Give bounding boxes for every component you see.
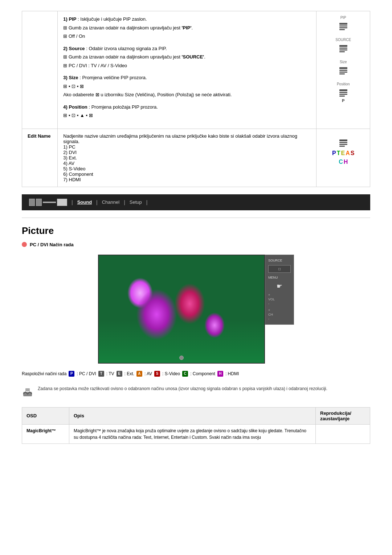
- edit-name-row: Edit Name Nadjenite nazive ulaznim uređa…: [22, 129, 370, 187]
- note-icon: [22, 385, 33, 397]
- pip-item-3: 3) Size : Promjena veličine PIP prozora.…: [63, 74, 311, 98]
- nav-item-sound[interactable]: Sound: [77, 199, 92, 205]
- badge-t: T: [98, 371, 104, 377]
- edit-bar-2: [339, 142, 347, 143]
- pos-bar-4: [339, 96, 345, 97]
- source-sub2: ⊞ PC / DVI : TV / AV / S-Video: [63, 62, 311, 69]
- remote-source-btn[interactable]: □: [268, 265, 291, 273]
- page-wrapper: 1) PIP : Isključuje i uključuje PIP zasl…: [0, 0, 392, 455]
- edit-item-4: 4) AV: [63, 161, 311, 166]
- position-icon-group: Position P: [322, 82, 364, 103]
- pip-icons-cell: PIP SOURCE: [317, 11, 370, 129]
- badge-a: A: [136, 371, 142, 377]
- remote-vol-plus-label: +: [268, 293, 291, 297]
- source-icon2: ⊞: [63, 63, 67, 68]
- source-bar-4: [339, 51, 345, 52]
- pip-number: 1) PIP: [63, 16, 76, 22]
- pip-off-on-text: Off / On: [69, 33, 85, 39]
- tv-bottom-dot: [179, 356, 184, 360]
- size-bar-3: [339, 72, 347, 73]
- edit-item-7: 7) HDMI: [63, 177, 311, 182]
- letter-t: T: [337, 150, 340, 157]
- letter-s: S: [351, 150, 355, 157]
- pip-off-on-icon: ⊞: [63, 33, 67, 39]
- remote-vol-group: + VOL -: [268, 293, 291, 305]
- pip-row: 1) PIP : Isključuje i uključuje PIP zasl…: [22, 11, 370, 129]
- pos-bar-2: [339, 92, 347, 93]
- edit-bar-4: [339, 146, 345, 147]
- pip-remote-icon-visual: [339, 22, 347, 31]
- mode-label: PC / DVI Način rada: [22, 242, 370, 247]
- pip-bar-4: [339, 29, 345, 30]
- pip-btn-bars: [339, 23, 347, 30]
- pip-bar-3: [339, 27, 347, 28]
- main-separator: [22, 218, 370, 218]
- source-sub1-text: Gumb za izravan odabir na daljinskom upr…: [69, 54, 205, 60]
- mode-c-text: : Component: [190, 371, 215, 376]
- osd-row-1: MagicBright™ MagicBright™ je nova značaj…: [22, 424, 370, 443]
- osd-table-head: OSD Opis Reprodukcija/ zaustavljanje: [22, 407, 370, 424]
- size-btn-bars: [339, 67, 347, 74]
- tv-container: SOURCE □ MENU ☛ + VOL - + CH -: [22, 255, 370, 364]
- nav-divider-1: |: [72, 199, 73, 205]
- modes-intro-text: Raspoloživi načini rada: [22, 371, 66, 376]
- nav-screen-rect: [57, 199, 67, 206]
- remote-menu-label: MENU: [268, 276, 291, 279]
- badge-e: E: [117, 371, 122, 377]
- tv-flower-image: [99, 255, 264, 363]
- remote-vol-label: VOL: [268, 297, 291, 301]
- size-note: Ako odaberete ⊠ u izborniku Size (Veliči…: [63, 91, 311, 98]
- edit-item-1: 1) PC: [63, 144, 311, 150]
- source-icon-group: SOURCE: [322, 38, 364, 53]
- pip-label-cell: [22, 11, 58, 129]
- mode-bullet-icon: [22, 242, 27, 247]
- edit-bar-3: [339, 144, 347, 145]
- mode-a-text: : AV: [144, 371, 152, 376]
- opis-cell-1: MagicBright™ je nova značajka koja pruža…: [69, 424, 316, 443]
- tv-remote-panel: SOURCE □ MENU ☛ + VOL - + CH -: [265, 255, 294, 325]
- position-text: 4) Position : Promjena položaja PIP proz…: [63, 104, 311, 111]
- position-p-letter: P: [342, 98, 344, 103]
- pip-bar-1: [339, 23, 347, 25]
- osd-table: OSD Opis Reprodukcija/ zaustavljanje Mag…: [22, 407, 370, 444]
- nav-divider-4: |: [146, 199, 148, 205]
- pip-sub2: ⊞ Off / On: [63, 33, 311, 40]
- letter-a: A: [346, 150, 350, 157]
- position-icon-row: ⊞ ▪ ⊡ ▪ ▲ ▪ ⊠: [63, 113, 93, 118]
- mode-t-text: : TV: [106, 371, 114, 376]
- mode-h-text: : HDMI: [225, 371, 239, 376]
- pip-content-cell: 1) PIP : Isključuje i uključuje PIP zasl…: [58, 11, 317, 129]
- position-btn-bars: [339, 89, 347, 97]
- osd-header-row: OSD Opis Reprodukcija/ zaustavljanje: [22, 407, 370, 424]
- edit-name-icon-cell: P T E A S C H: [317, 129, 370, 187]
- colored-letters-group: P T E A S: [322, 150, 364, 157]
- size-icon-group: Size: [322, 60, 364, 76]
- osd-table-body: MagicBright™ MagicBright™ je nova značaj…: [22, 424, 370, 443]
- remote-ch-label: CH: [268, 313, 291, 316]
- letter-p: P: [332, 150, 336, 157]
- pip-item-4: 4) Position : Promjena položaja PIP proz…: [63, 104, 311, 119]
- size-remote-icon-visual: [339, 66, 347, 76]
- edit-name-remote-icon: [339, 138, 347, 148]
- source-desc: : Odabir izvora ulaznog signala za PIP.: [86, 46, 167, 51]
- source-icon: ⊞: [63, 54, 67, 60]
- nav-item-setup[interactable]: Setup: [130, 199, 142, 205]
- mode-p-text: : PC / DVI: [77, 371, 96, 376]
- remote-source-label: SOURCE: [268, 259, 291, 262]
- source-btn-bars: [339, 45, 347, 52]
- position-icon-label: Position: [322, 82, 364, 86]
- edit-btn-bars: [339, 139, 347, 147]
- nav-divider-3: |: [124, 199, 125, 205]
- mode-label-text: PC / DVI Način rada: [30, 242, 74, 247]
- picture-title: Picture: [22, 225, 370, 236]
- source-sub1: ⊞ Gumb za izravan odabir na daljinskom u…: [63, 53, 311, 61]
- nav-bar: | Sound | Channel | Setup |: [22, 194, 370, 210]
- edit-item-3: 3) Ext.: [63, 155, 311, 161]
- edit-name-content: Nadjenite nazive ulaznim uređajima prikl…: [58, 129, 317, 187]
- size-bold: 3) Size: [63, 75, 78, 80]
- size-note-icon: ⊠: [95, 92, 99, 97]
- note-text: Zadana se postavka može razlikovati ovis…: [38, 385, 327, 392]
- edit-name-label: Edit Name: [22, 129, 58, 187]
- badge-s: S: [154, 371, 160, 377]
- nav-item-channel[interactable]: Channel: [102, 199, 119, 205]
